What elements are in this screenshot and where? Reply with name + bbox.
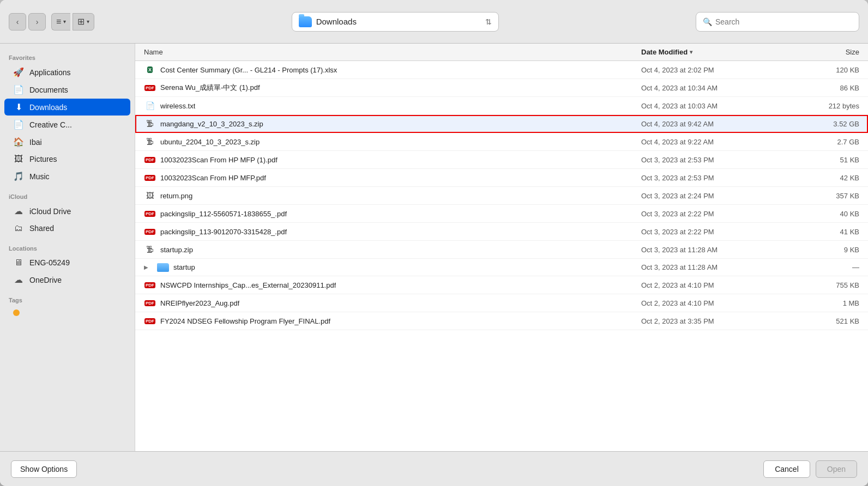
table-row[interactable]: 🗜 startup.zip Oct 3, 2023 at 11:28 AM 9 … [135, 241, 868, 259]
sidebar-item-icloud-drive[interactable]: ☁ iCloud Drive [4, 203, 130, 220]
table-row[interactable]: 🗜 mangdang_v2_10_3_2023_s.zip Oct 4, 202… [135, 115, 868, 133]
file-date: Oct 3, 2023 at 2:22 PM [641, 228, 794, 236]
file-name-cell: PDF FY2024 NDSEG Fellowship Program Flye… [144, 315, 641, 327]
sidebar-item-music[interactable]: 🎵 Music [4, 168, 130, 185]
file-name: 10032023Scan From HP MFP (1).pdf [160, 156, 278, 164]
shared-icon: 🗂 [13, 223, 24, 233]
file-name-cell: 📄 wireless.txt [144, 100, 641, 112]
file-date: Oct 3, 2023 at 2:24 PM [641, 192, 794, 200]
file-size: 40 KB [794, 210, 859, 218]
file-name-cell: 🗜 ubuntu_2204_10_3_2023_s.zip [144, 136, 641, 148]
favorites-label: Favorites [0, 50, 135, 63]
ibai-label: Ibai [29, 138, 42, 147]
column-date-header[interactable]: Date Modified ▾ [641, 48, 794, 56]
file-size: 521 KB [794, 317, 859, 325]
table-row[interactable]: 📄 wireless.txt Oct 4, 2023 at 10:03 AM 2… [135, 97, 868, 115]
icloud-drive-icon: ☁ [13, 206, 24, 216]
sidebar-item-creative[interactable]: 📄 Creative C... [4, 116, 130, 133]
file-name: return.png [160, 192, 192, 200]
sidebar-item-eng05249[interactable]: 🖥 ENG-05249 [4, 254, 130, 271]
sidebar-item-documents[interactable]: 📄 Documents [4, 81, 130, 98]
file-date: Oct 4, 2023 at 2:02 PM [641, 66, 794, 74]
file-size: 2.7 GB [794, 138, 859, 146]
file-name-cell: 🗜 mangdang_v2_10_3_2023_s.zip [144, 118, 641, 130]
cancel-button[interactable]: Cancel [763, 460, 810, 478]
table-row[interactable]: 🗜 ubuntu_2204_10_3_2023_s.zip Oct 4, 202… [135, 133, 868, 151]
list-view-button[interactable]: ≡ ▾ [51, 13, 70, 31]
grid-view-chevron: ▾ [87, 19, 89, 25]
file-name-cell: 🗜 startup.zip [144, 244, 641, 256]
grid-view-button[interactable]: ⊞ ▾ [73, 13, 94, 31]
file-name-cell: PDF NSWCPD Internships_Cap...es_External… [144, 279, 641, 291]
sidebar-item-shared[interactable]: 🗂 Shared [4, 220, 130, 236]
column-size-header[interactable]: Size [794, 48, 859, 56]
file-date: Oct 3, 2023 at 2:53 PM [641, 156, 794, 164]
file-name: startup.zip [160, 246, 193, 254]
bottom-bar: Show Options Cancel Open [0, 451, 868, 486]
forward-button[interactable]: › [28, 13, 46, 31]
table-row[interactable]: ▶ startup Oct 3, 2023 at 11:28 AM — [135, 259, 868, 276]
file-icon-pdf: PDF [144, 154, 156, 166]
location-chevron-icon: ⇅ [485, 17, 492, 26]
table-row[interactable]: PDF NREIPflyer2023_Aug.pdf Oct 2, 2023 a… [135, 294, 868, 312]
file-icon-png: 🖼 [144, 190, 156, 202]
file-date: Oct 4, 2023 at 10:03 AM [641, 102, 794, 110]
sidebar-item-ibai[interactable]: 🏠 Ibai [4, 133, 130, 150]
table-row[interactable]: PDF 10032023Scan From HP MFP (1).pdf Oct… [135, 151, 868, 169]
table-row[interactable]: PDF 10032023Scan From HP MFP.pdf Oct 3, … [135, 169, 868, 187]
table-row[interactable]: PDF Serena Wu_成績單-中文 (1).pdf Oct 4, 2023… [135, 79, 868, 97]
file-name-cell: PDF Serena Wu_成績單-中文 (1).pdf [144, 82, 641, 94]
tags-label: Tags [0, 293, 135, 306]
main-content: Favorites 🚀 Applications 📄 Documents ⬇ D… [0, 44, 868, 451]
eng05249-label: ENG-05249 [29, 258, 70, 267]
table-row[interactable]: X Cost Center Summary (Gr... - GL214 - P… [135, 61, 868, 79]
open-button[interactable]: Open [816, 460, 857, 478]
file-name: wireless.txt [160, 102, 195, 110]
file-size: 1 MB [794, 299, 859, 307]
table-row[interactable]: PDF packingslip_113-9012070-3315428_.pdf… [135, 223, 868, 241]
expand-arrow-icon[interactable]: ▶ [144, 264, 153, 270]
file-size: 86 KB [794, 84, 859, 92]
file-name: FY2024 NDSEG Fellowship Program Flyer_FI… [160, 317, 330, 325]
table-row[interactable]: 🖼 return.png Oct 3, 2023 at 2:24 PM 357 … [135, 187, 868, 205]
creative-icon: 📄 [13, 119, 24, 130]
file-size: — [794, 263, 859, 271]
file-size: 357 KB [794, 192, 859, 200]
search-input[interactable] [715, 17, 824, 26]
file-icon-pdf: PDF [144, 82, 156, 94]
search-bar[interactable]: 🔍 [696, 12, 859, 32]
table-row[interactable]: PDF packingslip_112-5560571-1838655_.pdf… [135, 205, 868, 223]
file-icon-zip: 🗜 [144, 118, 156, 130]
search-icon: 🔍 [703, 17, 712, 26]
file-name-cell: PDF packingslip_112-5560571-1838655_.pdf [144, 208, 641, 220]
sort-arrow-icon: ▾ [690, 49, 692, 55]
table-row[interactable]: PDF NSWCPD Internships_Cap...es_External… [135, 276, 868, 294]
downloads-icon: ⬇ [13, 102, 24, 112]
file-size: 9 KB [794, 246, 859, 254]
file-size: 51 KB [794, 156, 859, 164]
music-label: Music [29, 172, 50, 181]
table-row[interactable]: PDF FY2024 NDSEG Fellowship Program Flye… [135, 312, 868, 330]
documents-label: Documents [29, 86, 68, 94]
list-view-chevron: ▾ [63, 19, 66, 25]
sidebar-item-tag-orange[interactable] [4, 306, 130, 319]
tag-orange-dot [13, 309, 20, 316]
shared-label: Shared [29, 224, 54, 233]
file-name-cell: ▶ startup [144, 263, 641, 272]
pictures-label: Pictures [29, 155, 57, 163]
file-icon-txt: 📄 [144, 100, 156, 112]
column-name-header[interactable]: Name [144, 48, 641, 56]
show-options-button[interactable]: Show Options [11, 460, 77, 478]
file-icon-pdf: PDF [144, 297, 156, 309]
sidebar-item-pictures[interactable]: 🖼 Pictures [4, 151, 130, 167]
file-icon-zip: 🗜 [144, 244, 156, 256]
file-size: 41 KB [794, 228, 859, 236]
sidebar-item-onedrive[interactable]: ☁ OneDrive [4, 271, 130, 288]
icloud-label: iCloud [0, 189, 135, 202]
locations-label: Locations [0, 241, 135, 254]
sidebar-item-downloads[interactable]: ⬇ Downloads [4, 99, 130, 116]
sidebar-item-applications[interactable]: 🚀 Applications [4, 64, 130, 81]
back-button[interactable]: ‹ [9, 13, 26, 31]
file-date: Oct 3, 2023 at 11:28 AM [641, 263, 794, 271]
location-pill[interactable]: Downloads ⇅ [292, 12, 499, 32]
